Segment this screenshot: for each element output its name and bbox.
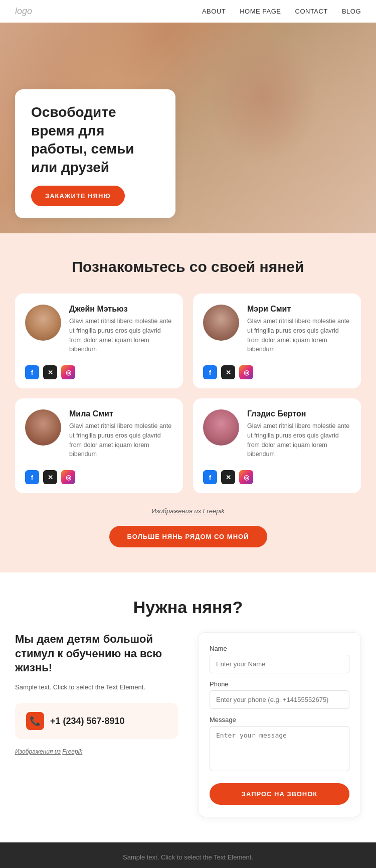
nanny-desc-1: Glavi amet ritnisl libero molestie ante … [69,317,173,354]
nannies-grid: Джейн Мэтьюз Glavi amet ritnisl libero m… [15,294,361,493]
nanny-name-3: Мила Смит [69,409,173,418]
nanny-desc-2: Glavi amet ritnisl libero molestie ante … [247,317,351,354]
phone-label: Phone [210,680,349,688]
twitter-icon-3[interactable]: ✕ [43,470,57,484]
name-label: Name [210,645,349,652]
nanny-name-4: Глэдис Бертон [247,409,351,418]
instagram-icon-3[interactable]: ◎ [61,470,75,484]
freepik-credit-nannies: Изображения из Freepik [15,507,361,515]
nanny-social-3: f ✕ ◎ [25,470,173,484]
hero-cta-button[interactable]: ЗАКАЖИТЕ НЯНЮ [31,186,125,206]
nav-home[interactable]: HOME PAGE [240,8,281,15]
freepik-credit-contact: Изображения из Freepik [15,748,178,755]
contact-form: Name Phone Message ЗАПРОС НА ЗВОНОК [198,632,361,817]
navigation: ABOUT HOME PAGE CONTACT BLOG [202,8,361,15]
more-nannies-button[interactable]: БОЛЬШЕ НЯНЬ РЯДОМ СО МНОЙ [109,526,267,547]
message-label: Message [210,716,349,724]
footer-text: Sample text. Click to select the Text El… [15,853,361,861]
hero-card: Освободите время для работы, семьи или д… [15,89,175,218]
nav-about[interactable]: ABOUT [202,8,226,15]
nanny-social-4: f ✕ ◎ [203,470,351,484]
twitter-icon-1[interactable]: ✕ [43,365,57,379]
avatar-4 [203,409,239,446]
nanny-desc-4: Glavi amet ritnisl libero molestie ante … [247,421,351,459]
phone-box: 📞 +1 (234) 567-8910 [15,703,178,739]
instagram-icon-4[interactable]: ◎ [239,470,253,484]
nanny-card-2: Мэри Смит Glavi amet ritnisl libero mole… [193,294,361,388]
phone-input[interactable] [210,690,349,709]
nannies-section-title: Познакомьтесь со своей няней [15,258,361,275]
freepik-link-nannies[interactable]: Freepik [203,507,224,515]
nanny-card-1: Джейн Мэтьюз Glavi amet ritnisl libero m… [15,294,183,388]
nanny-social-2: f ✕ ◎ [203,365,351,379]
twitter-icon-2[interactable]: ✕ [221,365,235,379]
nanny-name-2: Мэри Смит [247,305,351,314]
freepik-link-contact[interactable]: Freepik [62,748,82,755]
facebook-icon-3[interactable]: f [25,470,39,484]
phone-number: +1 (234) 567-8910 [50,716,125,727]
contact-left: Мы даем детям большой стимул к обучению … [15,632,178,817]
facebook-icon-4[interactable]: f [203,470,217,484]
contact-section-title: Нужна няня? [15,598,361,617]
submit-button[interactable]: ЗАПРОС НА ЗВОНОК [210,783,349,805]
nav-blog[interactable]: BLOG [342,8,361,15]
contact-section: Нужна няня? Мы даем детям большой стимул… [0,572,376,842]
instagram-icon-1[interactable]: ◎ [61,365,75,379]
contact-left-desc: Sample text. Click to select the Text El… [15,682,178,692]
contact-left-heading: Мы даем детям большой стимул к обучению … [15,632,178,675]
avatar-2 [203,305,239,341]
header: logo ABOUT HOME PAGE CONTACT BLOG [0,0,376,23]
nav-contact[interactable]: CONTACT [295,8,328,15]
instagram-icon-2[interactable]: ◎ [239,365,253,379]
nanny-card-4: Глэдис Бертон Glavi amet ritnisl libero … [193,398,361,493]
contact-form-area: Name Phone Message ЗАПРОС НА ЗВОНОК [198,632,361,817]
facebook-icon-2[interactable]: f [203,365,217,379]
nanny-card-3: Мила Смит Glavi amet ritnisl libero mole… [15,398,183,493]
avatar-1 [25,305,61,341]
nannies-section: Познакомьтесь со своей няней Джейн Мэтью… [0,233,376,572]
twitter-icon-4[interactable]: ✕ [221,470,235,484]
nanny-social-1: f ✕ ◎ [25,365,173,379]
name-input[interactable] [210,655,349,673]
hero-title: Освободите время для работы, семьи или д… [31,103,159,177]
footer: Sample text. Click to select the Text El… [0,842,376,868]
logo: logo [15,6,32,17]
facebook-icon-1[interactable]: f [25,365,39,379]
nanny-name-1: Джейн Мэтьюз [69,305,173,314]
avatar-3 [25,409,61,446]
nanny-desc-3: Glavi amet ritnisl libero molestie ante … [69,421,173,459]
message-textarea[interactable] [210,726,349,771]
hero-section: Освободите время для работы, семьи или д… [0,23,376,233]
phone-icon: 📞 [26,712,44,730]
